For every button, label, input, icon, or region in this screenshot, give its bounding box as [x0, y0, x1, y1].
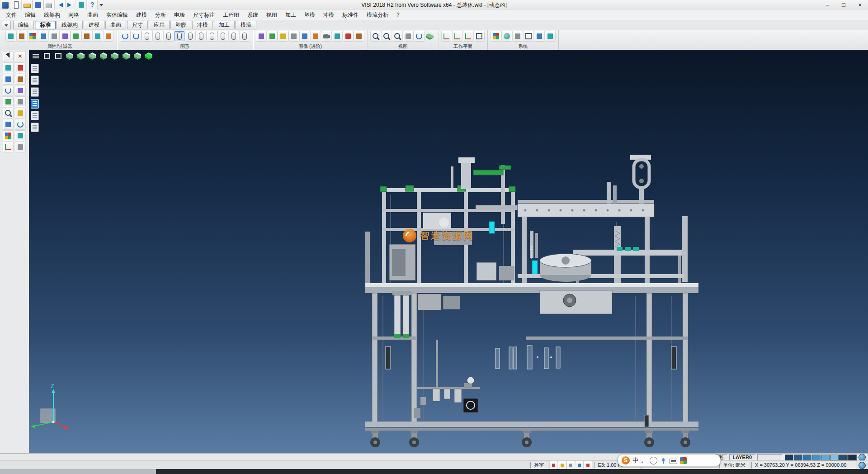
keyboard-icon[interactable] [670, 459, 677, 464]
attribute-paint-icon[interactable] [6, 31, 16, 41]
layers-icon[interactable] [558, 461, 566, 469]
menu-item-1[interactable]: 文件 [2, 10, 21, 20]
record-icon[interactable] [550, 461, 557, 469]
wireframe-mode-icon[interactable] [142, 31, 152, 41]
properties-icon[interactable] [82, 31, 92, 41]
circle-tool-icon[interactable] [15, 119, 25, 129]
new-file-icon[interactable] [11, 0, 21, 10]
erase-tool-icon[interactable] [15, 52, 25, 62]
mic-icon[interactable] [660, 457, 667, 464]
menu-item-12[interactable]: 系统 [243, 10, 262, 20]
print-icon[interactable] [44, 0, 54, 10]
scale-tool-icon[interactable] [15, 97, 25, 107]
help-icon[interactable] [87, 0, 97, 10]
view-bottom-icon[interactable] [132, 51, 142, 61]
view-iso-icon[interactable] [65, 51, 75, 61]
transparent-mode-icon[interactable] [196, 31, 206, 41]
app-icon[interactable] [2, 2, 9, 9]
layer-color-swatch-4[interactable] [812, 455, 821, 460]
viewport-doc-2[interactable] [31, 76, 39, 85]
customize-caret-icon[interactable] [98, 0, 104, 10]
mirror-tool-icon[interactable] [15, 85, 25, 95]
open-file-icon[interactable] [22, 0, 32, 10]
save-icon[interactable] [33, 0, 43, 10]
layer-color-swatch-2[interactable] [794, 455, 802, 460]
info-icon[interactable] [576, 461, 583, 469]
named-views-icon[interactable] [425, 31, 435, 41]
regenerate-icon[interactable] [131, 31, 141, 41]
plot-icon[interactable] [76, 0, 86, 10]
ime-punctuation-toggle[interactable]: 。 [641, 456, 647, 465]
workplane-view-icon[interactable] [453, 31, 462, 41]
units-indicator[interactable]: 单位: 毫米 [719, 462, 749, 469]
filter-settings-icon[interactable] [93, 31, 103, 41]
snapshot-icon[interactable] [321, 31, 331, 41]
tab-2[interactable]: 标准 [35, 21, 56, 29]
texture-icon[interactable] [311, 31, 321, 41]
options-tool-icon[interactable] [15, 142, 25, 152]
entity-mask-icon[interactable] [60, 31, 70, 41]
view-back-icon[interactable] [87, 51, 97, 61]
wcs-tool-icon[interactable] [3, 142, 13, 152]
active-layer-indicator[interactable]: LAYER0 [729, 454, 755, 461]
ime-mode-toggle[interactable]: 中 [632, 456, 638, 465]
gear-icon[interactable] [567, 461, 575, 469]
workplane-xy-icon[interactable] [442, 31, 452, 41]
group-tool-icon[interactable] [15, 131, 25, 141]
menu-item-10[interactable]: 尺寸标注 [189, 10, 219, 20]
section-mode-icon[interactable] [207, 31, 217, 41]
close-button[interactable]: × [852, 0, 868, 10]
zoom-window-icon[interactable] [382, 31, 392, 41]
quality-mode-icon[interactable] [240, 31, 250, 41]
shaded-mode-icon[interactable] [164, 31, 174, 41]
viewport-window-icon[interactable] [42, 51, 52, 61]
rendered-mode-icon[interactable] [185, 31, 195, 41]
viewport-doc-6[interactable] [31, 123, 39, 132]
menu-item-17[interactable]: 标准件 [338, 10, 363, 20]
materials-icon[interactable] [267, 31, 277, 41]
menu-item-5[interactable]: 曲面 [83, 10, 102, 20]
snap-toggle-icon[interactable] [584, 461, 592, 469]
undo-icon[interactable] [55, 0, 65, 10]
sogou-logo-icon[interactable]: S [622, 456, 630, 465]
rotate-tool-icon[interactable] [3, 85, 13, 95]
viewport-doc-3[interactable] [31, 87, 39, 97]
minimize-button[interactable]: – [819, 0, 835, 10]
layer-color-swatch-1[interactable] [785, 455, 793, 460]
perspective-mode-icon[interactable] [218, 31, 228, 41]
globe-icon[interactable] [859, 462, 866, 469]
menu-item-19[interactable]: ? [392, 10, 404, 20]
tab-1[interactable]: 编辑 [13, 21, 34, 29]
zoom-fit-icon[interactable] [371, 31, 381, 41]
view-top-icon[interactable] [121, 51, 131, 61]
hidden-line-mode-icon[interactable] [153, 31, 163, 41]
select-tool-icon[interactable] [3, 52, 13, 62]
layer-color-swatch-7[interactable] [839, 455, 848, 460]
workplane-manager-icon[interactable] [474, 31, 484, 41]
lighting-icon[interactable] [278, 31, 288, 41]
viewport-menu-icon[interactable] [31, 51, 41, 61]
isolate-icon[interactable] [104, 31, 113, 41]
system-chart-icon[interactable] [545, 31, 555, 41]
menu-item-13[interactable]: 视图 [262, 10, 281, 20]
view-shaded-icon[interactable] [144, 51, 154, 61]
menu-item-2[interactable]: 编辑 [21, 10, 40, 20]
emoji-icon[interactable] [650, 457, 657, 465]
redo-icon[interactable] [66, 0, 75, 10]
tab-9[interactable]: 冲模 [192, 21, 213, 29]
layer-filter-icon[interactable] [38, 31, 48, 41]
3d-viewport[interactable]: Z [29, 50, 868, 453]
zoom-previous-icon[interactable] [392, 31, 402, 41]
menu-item-4[interactable]: 网格 [64, 10, 83, 20]
tab-7[interactable]: 应用 [149, 21, 170, 29]
menu-item-16[interactable]: 冲模 [319, 10, 338, 20]
tab-6[interactable]: 尺寸 [127, 21, 148, 29]
viewport-doc-4-selected[interactable] [31, 99, 39, 109]
viewport-doc-5[interactable] [31, 111, 39, 120]
view-right-icon[interactable] [110, 51, 120, 61]
system-settings-icon[interactable] [513, 31, 523, 41]
maximize-button[interactable]: □ [835, 0, 852, 10]
shadow-icon[interactable] [289, 31, 299, 41]
layer-color-swatch-8[interactable] [848, 455, 857, 460]
background-icon[interactable] [300, 31, 310, 41]
